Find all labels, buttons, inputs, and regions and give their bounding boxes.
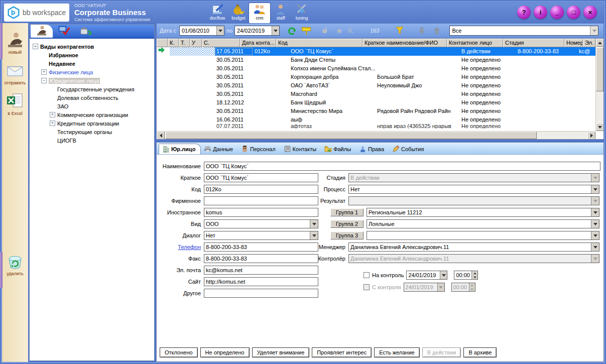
dropdown-arrow[interactable] bbox=[591, 174, 599, 182]
dropdown-arrow[interactable] bbox=[440, 271, 447, 279]
tree-item[interactable]: ЦИОГВ bbox=[33, 136, 152, 145]
tree-root[interactable]: − Виды контрагентов bbox=[33, 42, 152, 51]
move-down-icon[interactable] bbox=[416, 25, 427, 36]
detail-tab[interactable]: События bbox=[389, 144, 429, 154]
column-header[interactable]: У bbox=[190, 39, 202, 47]
detail-tab[interactable]: Файлы bbox=[321, 144, 356, 154]
detail-tab[interactable]: Юр.лицо bbox=[159, 144, 201, 154]
dropdown-arrow[interactable] bbox=[591, 197, 599, 205]
field-input[interactable]: Нет bbox=[348, 185, 599, 194]
tree-tab[interactable] bbox=[53, 25, 75, 38]
detail-tab[interactable]: Права bbox=[356, 144, 389, 154]
tree-expand-toggle[interactable]: + bbox=[50, 112, 55, 117]
field-input[interactable]: 8-800-200-33-83 bbox=[204, 242, 318, 252]
scroll-thumb[interactable] bbox=[596, 47, 603, 91]
tree-expand-toggle[interactable] bbox=[41, 61, 47, 66]
horizontal-scrollbar[interactable] bbox=[157, 131, 595, 139]
tree-expand-toggle[interactable]: + bbox=[50, 120, 55, 126]
scroll-right-button[interactable] bbox=[587, 132, 595, 140]
field-input[interactable] bbox=[367, 231, 599, 240]
tree-expand-toggle[interactable] bbox=[50, 86, 55, 92]
field-input[interactable] bbox=[348, 196, 599, 205]
tree-tab[interactable] bbox=[31, 25, 53, 38]
column-header[interactable]: Номер телефона bbox=[564, 39, 583, 47]
column-header[interactable]: Т. bbox=[179, 39, 190, 47]
stage-button[interactable]: Есть желание bbox=[374, 347, 420, 357]
date-from-picker[interactable]: 01/08/2010 bbox=[179, 26, 224, 36]
scroll-left-button[interactable] bbox=[157, 132, 165, 140]
field-input[interactable]: kc@komus.net bbox=[204, 266, 318, 275]
field-input[interactable] bbox=[204, 196, 318, 205]
window-button[interactable]: i bbox=[534, 6, 547, 19]
tree-expand-toggle[interactable] bbox=[50, 129, 55, 135]
scroll-thumb[interactable] bbox=[165, 132, 537, 139]
refresh-icon[interactable] bbox=[287, 25, 298, 36]
module-button[interactable]: docflow bbox=[207, 3, 228, 23]
favorite-star-icon[interactable]: ★ bbox=[334, 25, 345, 36]
column-header[interactable]: К. bbox=[168, 39, 179, 47]
vertical-scrollbar[interactable] bbox=[595, 39, 603, 131]
field-input[interactable]: 012Ко bbox=[204, 185, 318, 194]
tree-item[interactable]: + Коммерческие организации bbox=[33, 110, 152, 119]
k-filter-icon[interactable]: K bbox=[348, 27, 353, 35]
dropdown-arrow[interactable] bbox=[591, 231, 599, 239]
field-input[interactable]: Региональные 11212 bbox=[367, 208, 599, 217]
field-input[interactable]: http://komus.net bbox=[204, 277, 318, 286]
stage-button[interactable]: Уделяет внимание bbox=[252, 347, 310, 357]
stage-button[interactable]: В архиве bbox=[463, 347, 497, 357]
hot-flame-icon[interactable] bbox=[320, 25, 331, 36]
module-button[interactable]: tuning bbox=[291, 3, 312, 23]
tree-item[interactable]: ЗАО bbox=[33, 102, 152, 110]
field-input[interactable]: 8-800-200-33-83 bbox=[204, 254, 318, 263]
tree-expand-toggle[interactable]: + bbox=[41, 69, 47, 75]
tree-item[interactable]: + Кредитные организации bbox=[33, 119, 152, 128]
dropdown-arrow[interactable] bbox=[591, 255, 599, 263]
on-control-date[interactable]: 24/01/2019 bbox=[406, 271, 447, 280]
sidebar-action[interactable]: отправить bbox=[5, 62, 26, 85]
table-row[interactable]: 16.06.2011 аыф Не определено bbox=[157, 115, 595, 124]
sidebar-action[interactable]: в Excel bbox=[6, 92, 25, 116]
field-input[interactable]: ООО `ТЦ Комус` bbox=[204, 173, 318, 182]
tree-item[interactable]: Недавнее bbox=[33, 59, 152, 68]
tree-item[interactable]: + Физические лица bbox=[33, 68, 152, 76]
on-control-checkbox[interactable] bbox=[363, 272, 370, 278]
detail-tab[interactable]: Персонал bbox=[238, 144, 281, 154]
column-header[interactable]: С. bbox=[202, 39, 240, 47]
table-row[interactable]: 30.05.2011 Корпорация добра Большой Брат… bbox=[157, 73, 595, 81]
field-input[interactable]: Лояльные bbox=[367, 219, 599, 228]
stage-button[interactable]: Отклонено bbox=[160, 347, 198, 357]
field-input[interactable]: ООО bbox=[204, 219, 318, 228]
field-input[interactable]: komus bbox=[204, 208, 318, 217]
dropdown-arrow[interactable] bbox=[591, 220, 599, 228]
field-input[interactable]: Нет bbox=[204, 231, 318, 240]
tree-expand-toggle[interactable]: − bbox=[41, 78, 47, 83]
stage-button[interactable]: Не определено bbox=[200, 347, 250, 357]
module-button[interactable]: staff bbox=[270, 3, 291, 23]
dropdown-arrow[interactable] bbox=[591, 185, 599, 193]
tree-item[interactable]: Избранное bbox=[33, 51, 152, 59]
column-header[interactable]: Код bbox=[276, 39, 362, 47]
table-row[interactable]: 17.05.2011 012Ко ООО `ТЦ Комус` В действ… bbox=[157, 47, 595, 56]
spin-down[interactable] bbox=[472, 275, 477, 279]
table-row[interactable]: 18.12.2012 Банк Щедрый Не определено bbox=[157, 98, 595, 107]
window-button[interactable]: □ bbox=[567, 6, 580, 19]
funnel-filter-icon[interactable] bbox=[394, 25, 405, 36]
column-header[interactable]: Эл. bbox=[583, 39, 595, 47]
table-row[interactable]: 07.07.2011 афтотаз нправ ираэ (4365325 н… bbox=[157, 124, 595, 129]
column-header[interactable]: Краткое наименование/ФИО bbox=[362, 39, 447, 47]
tree-item[interactable]: Государственные учреждения bbox=[33, 85, 152, 93]
detail-tab[interactable]: Данные bbox=[201, 144, 238, 154]
field-input[interactable]: Данилинка Евгений Александрович.11 bbox=[348, 254, 599, 263]
module-button[interactable]: budget bbox=[228, 3, 249, 23]
dropdown-arrow[interactable] bbox=[216, 26, 224, 35]
field-input[interactable]: ООО `ТЦ Комус` bbox=[204, 162, 600, 171]
window-button[interactable]: _ bbox=[550, 6, 564, 19]
scroll-up-button[interactable] bbox=[596, 39, 604, 47]
dropdown-arrow[interactable] bbox=[591, 243, 599, 251]
detail-tab[interactable]: Контакты bbox=[281, 144, 322, 154]
move-up-icon[interactable] bbox=[431, 25, 442, 36]
off-control-checkbox[interactable] bbox=[363, 284, 370, 290]
date-to-picker[interactable]: 24/02/2019 bbox=[234, 26, 280, 36]
tree-expand-toggle[interactable] bbox=[50, 138, 55, 143]
tree-expand-toggle[interactable] bbox=[50, 103, 55, 109]
